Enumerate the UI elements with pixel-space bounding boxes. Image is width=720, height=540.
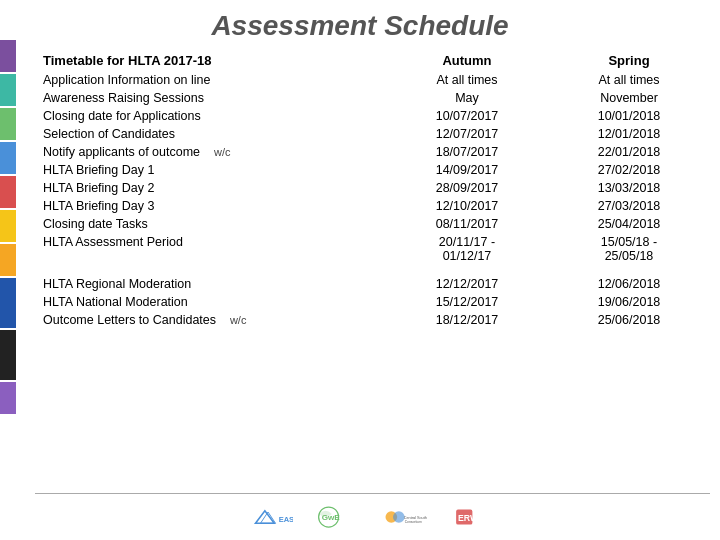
spacer-row <box>35 265 710 275</box>
erw-icon: ERW <box>453 502 503 532</box>
sidebar-bar-10 <box>0 382 16 414</box>
row-spring: 27/02/2018 <box>548 161 710 179</box>
row-label: HLTA Assessment Period <box>35 233 386 265</box>
row-label: HLTA Briefing Day 2 <box>35 179 386 197</box>
row-label: HLTA Regional Moderation <box>35 275 386 293</box>
wc-label: w/c <box>214 146 231 158</box>
table-row: HLTA Briefing Day 3 12/10/2017 27/03/201… <box>35 197 710 215</box>
row-label: Closing date Tasks <box>35 215 386 233</box>
row-label: Awareness Raising Sessions <box>35 89 386 107</box>
sidebar-bar-7 <box>0 244 16 276</box>
sidebar-bar-3 <box>0 108 16 140</box>
row-autumn: May <box>386 89 548 107</box>
row-autumn: 10/07/2017 <box>386 107 548 125</box>
table-row: HLTA Regional Moderation 12/12/2017 12/0… <box>35 275 710 293</box>
row-label: Closing date for Applications <box>35 107 386 125</box>
row-autumn: 18/07/2017 <box>386 143 548 161</box>
table-row: HLTA Briefing Day 1 14/09/2017 27/02/201… <box>35 161 710 179</box>
sidebar-bar-5 <box>0 176 16 208</box>
row-spring: 22/01/2018 <box>548 143 710 161</box>
row-autumn: 20/11/17 - 01/12/17 <box>386 233 548 265</box>
gwe-icon: GwE <box>313 502 363 532</box>
row-spring: 12/06/2018 <box>548 275 710 293</box>
svg-text:EAS: EAS <box>278 515 292 524</box>
side-bars <box>0 40 28 440</box>
csc-icon: Central South Consortium <box>383 502 433 532</box>
logo-erw: ERW <box>453 502 503 532</box>
row-label: Application Information on line <box>35 71 386 89</box>
wc-label-2: w/c <box>230 314 247 326</box>
header-spring: Spring <box>548 50 710 71</box>
sidebar-bar-6 <box>0 210 16 242</box>
row-spring: At all times <box>548 71 710 89</box>
row-spring: 15/05/18 - 25/05/18 <box>548 233 710 265</box>
table-row: Closing date Tasks 08/11/2017 25/04/2018 <box>35 215 710 233</box>
logo-eas: EAS <box>243 502 293 532</box>
row-spring: 12/01/2018 <box>548 125 710 143</box>
svg-text:Central South: Central South <box>403 516 426 520</box>
row-autumn: 12/12/2017 <box>386 275 548 293</box>
row-autumn: 12/07/2017 <box>386 125 548 143</box>
row-autumn: 18/12/2017 <box>386 311 548 329</box>
sidebar-bar-1 <box>0 40 16 72</box>
row-autumn: 14/09/2017 <box>386 161 548 179</box>
row-label: Outcome Letters to Candidates w/c <box>35 311 386 329</box>
logo-csc: Central South Consortium <box>383 502 433 532</box>
row-spring: 10/01/2018 <box>548 107 710 125</box>
row-spring: 19/06/2018 <box>548 293 710 311</box>
schedule-table: Timetable for HLTA 2017-18 Autumn Spring… <box>35 50 710 493</box>
row-autumn: 08/11/2017 <box>386 215 548 233</box>
row-spring: 27/03/2018 <box>548 197 710 215</box>
header-timetable: Timetable for HLTA 2017-18 <box>35 50 386 71</box>
table-row: Outcome Letters to Candidates w/c 18/12/… <box>35 311 710 329</box>
table-row: Awareness Raising Sessions May November <box>35 89 710 107</box>
eas-icon: EAS <box>243 502 293 532</box>
sidebar-bar-2 <box>0 74 16 106</box>
row-autumn: 12/10/2017 <box>386 197 548 215</box>
sidebar-bar-4 <box>0 142 16 174</box>
row-autumn: At all times <box>386 71 548 89</box>
row-autumn: 15/12/2017 <box>386 293 548 311</box>
sidebar-bar-8 <box>0 278 16 328</box>
svg-text:Consortium: Consortium <box>404 520 421 524</box>
header-autumn: Autumn <box>386 50 548 71</box>
row-spring: 25/06/2018 <box>548 311 710 329</box>
table-row: Application Information on line At all t… <box>35 71 710 89</box>
row-label: HLTA Briefing Day 1 <box>35 161 386 179</box>
svg-text:ERW: ERW <box>458 513 479 523</box>
page-title: Assessment Schedule <box>0 0 720 50</box>
row-label: Notify applicants of outcome w/c <box>35 143 386 161</box>
table-row: HLTA Assessment Period 20/11/17 - 01/12/… <box>35 233 710 265</box>
logo-gwe: GwE <box>313 502 363 532</box>
main-table: Timetable for HLTA 2017-18 Autumn Spring… <box>35 50 710 329</box>
row-autumn: 28/09/2017 <box>386 179 548 197</box>
table-row: Selection of Candidates 12/07/2017 12/01… <box>35 125 710 143</box>
row-spring: 13/03/2018 <box>548 179 710 197</box>
row-label: HLTA National Moderation <box>35 293 386 311</box>
svg-point-6 <box>393 511 405 523</box>
content-area: Timetable for HLTA 2017-18 Autumn Spring… <box>0 50 720 493</box>
row-spring: 25/04/2018 <box>548 215 710 233</box>
row-spring: November <box>548 89 710 107</box>
table-row: Closing date for Applications 10/07/2017… <box>35 107 710 125</box>
row-label: HLTA Briefing Day 3 <box>35 197 386 215</box>
row-label: Selection of Candidates <box>35 125 386 143</box>
footer: EAS GwE Central South Consortium ERW <box>35 493 710 540</box>
table-row: Notify applicants of outcome w/c 18/07/2… <box>35 143 710 161</box>
table-row: HLTA National Moderation 15/12/2017 19/0… <box>35 293 710 311</box>
page-wrapper: Assessment Schedule Timetable for HLTA 2… <box>0 0 720 540</box>
table-row: HLTA Briefing Day 2 28/09/2017 13/03/201… <box>35 179 710 197</box>
sidebar-bar-9 <box>0 330 16 380</box>
